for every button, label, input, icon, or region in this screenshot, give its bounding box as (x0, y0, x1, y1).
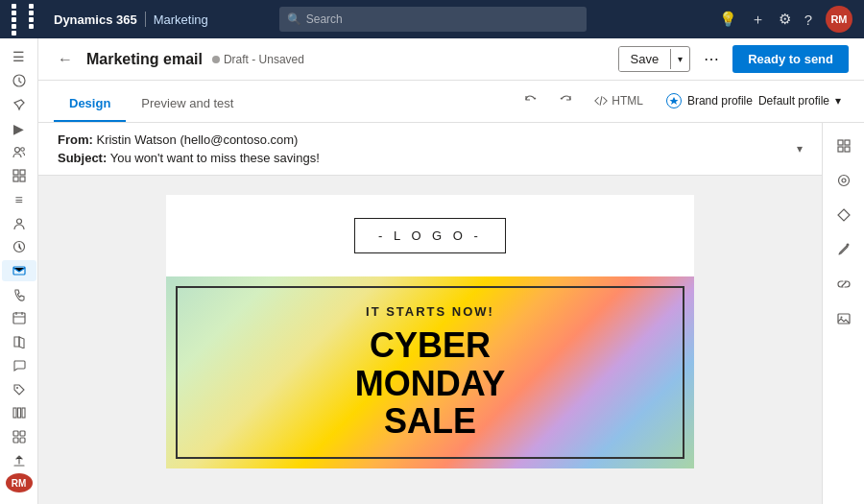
content-area: ← Marketing email Draft - Unsaved Save ▾… (38, 38, 864, 504)
draft-status: Draft - Unsaved (212, 53, 304, 66)
from-label: From: (58, 132, 93, 147)
svg-point-23 (838, 176, 849, 186)
svg-rect-10 (13, 313, 25, 324)
brand-profile-selector[interactable]: Brand profile Default profile ▾ (659, 89, 849, 112)
sidebar-icon-tag[interactable] (2, 378, 36, 400)
logo-box: - L O G O - (354, 218, 506, 253)
app-name: Dynamics 365 (54, 12, 137, 27)
sidebar-icon-chat[interactable] (2, 355, 36, 377)
expand-arrow[interactable]: ▾ (797, 142, 803, 156)
app-grid-icon[interactable] (12, 4, 44, 36)
sidebar-icon-email[interactable] (2, 260, 36, 282)
help-icon[interactable]: ? (804, 12, 812, 28)
search-icon: 🔍 (287, 12, 301, 26)
page-title: Marketing email (86, 51, 203, 68)
svg-rect-4 (20, 170, 25, 175)
svg-rect-15 (13, 431, 18, 436)
svg-point-2 (20, 148, 24, 152)
logo-divider (145, 12, 146, 27)
tab-list: Design Preview and test (54, 86, 517, 122)
main-layout: ☰ ▶ ≡ (0, 38, 864, 504)
sidebar-icon-grid2[interactable] (2, 426, 36, 448)
right-icon-diamond[interactable] (827, 200, 861, 230)
sidebar-icon-book[interactable] (2, 331, 36, 353)
brand-profile-chevron: ▾ (835, 94, 841, 108)
banner-section[interactable]: IT STARTS NOW! CYBERMONDAYSALE (166, 276, 694, 468)
save-button-group[interactable]: Save ▾ (618, 46, 691, 72)
search-input[interactable] (279, 7, 587, 32)
sidebar-icon-history[interactable] (2, 236, 36, 258)
user-avatar[interactable]: RM (826, 6, 852, 33)
lightbulb-icon[interactable]: 💡 (719, 11, 737, 28)
sidebar-icon-calendar[interactable] (2, 307, 36, 329)
sidebar-icon-contacts[interactable] (2, 141, 36, 163)
svg-point-7 (16, 219, 21, 224)
save-chevron-button[interactable]: ▾ (670, 49, 689, 69)
sidebar-icon-list[interactable]: ≡ (2, 188, 36, 210)
banner-title: CYBERMONDAYSALE (355, 326, 506, 441)
tab-preview[interactable]: Preview and test (126, 86, 249, 122)
back-button[interactable]: ← (54, 47, 77, 72)
top-navigation: Dynamics 365 Marketing 🔍 💡 ＋ ⚙ ? RM (0, 0, 864, 38)
logo-section[interactable]: - L O G O - (166, 195, 694, 276)
right-icon-element[interactable] (827, 165, 861, 196)
draft-dot (212, 56, 220, 63)
email-content: - L O G O - IT STARTS NOW! CYBERMONDAYSA… (166, 195, 694, 468)
settings-icon[interactable]: ⚙ (779, 11, 791, 28)
svg-rect-5 (13, 177, 18, 181)
draft-label: Draft - Unsaved (224, 53, 304, 66)
sidebar-icon-library[interactable] (2, 402, 36, 424)
subject-value: You won't want to miss these savings! (110, 151, 320, 165)
tab-design[interactable]: Design (54, 86, 126, 122)
right-icon-image[interactable] (827, 303, 861, 334)
sidebar-icon-hamburger[interactable]: ☰ (2, 46, 36, 68)
brand-profile-label: Brand profile (687, 94, 753, 108)
right-panel (822, 123, 864, 504)
sidebar-icon-phone[interactable] (2, 283, 36, 305)
sidebar-user-avatar[interactable]: RM (6, 473, 33, 492)
tab-bar: Design Preview and test HTML (38, 81, 864, 123)
sidebar-icon-upload[interactable] (2, 449, 36, 471)
right-icon-link[interactable] (827, 269, 861, 300)
svg-rect-16 (20, 431, 25, 436)
sidebar-icon-segments[interactable] (2, 165, 36, 187)
email-header-info: From: Kristin Watson (hello@contoso.com)… (38, 123, 822, 176)
brand-profile-value: Default profile (758, 94, 829, 108)
left-sidebar: ☰ ▶ ≡ (0, 38, 38, 504)
ready-to-send-button[interactable]: Ready to send (732, 45, 849, 73)
redo-button[interactable] (552, 87, 579, 114)
svg-rect-6 (20, 177, 25, 181)
plus-icon[interactable]: ＋ (751, 11, 765, 29)
banner-text: IT STARTS NOW! CYBERMONDAYSALE (355, 304, 506, 441)
subject-line: Subject: You won't want to miss these sa… (58, 151, 803, 165)
right-icon-layout[interactable] (827, 131, 861, 161)
subject-label: Subject: (58, 151, 107, 165)
svg-rect-22 (845, 147, 850, 152)
svg-rect-20 (845, 140, 850, 145)
module-name: Marketing (154, 12, 208, 27)
sidebar-icon-recent[interactable] (2, 70, 36, 92)
sidebar-icon-play[interactable]: ▶ (2, 117, 36, 139)
search-container: 🔍 (279, 7, 587, 32)
svg-point-1 (14, 148, 19, 153)
svg-rect-17 (13, 438, 18, 443)
svg-rect-18 (20, 438, 25, 443)
sidebar-icon-pin[interactable] (2, 93, 36, 115)
header-right-actions: Save ▾ ⋯ Ready to send (618, 45, 850, 73)
html-button[interactable]: HTML (587, 90, 651, 111)
right-icon-edit[interactable] (827, 234, 861, 265)
email-canvas-scroll[interactable]: From: Kristin Watson (hello@contoso.com)… (38, 123, 822, 504)
undo-button[interactable] (517, 87, 544, 114)
header-bar: ← Marketing email Draft - Unsaved Save ▾… (38, 38, 864, 81)
banner-subtitle: IT STARTS NOW! (355, 304, 506, 319)
more-options-button[interactable]: ⋯ (696, 45, 727, 73)
top-nav-right-icons: 💡 ＋ ⚙ ? RM (719, 6, 852, 33)
email-canvas-area: From: Kristin Watson (hello@contoso.com)… (38, 123, 864, 504)
svg-point-24 (842, 179, 846, 182)
svg-point-26 (840, 317, 842, 319)
save-main-button[interactable]: Save (619, 47, 671, 71)
from-line: From: Kristin Watson (hello@contoso.com) (58, 132, 803, 147)
email-body: - L O G O - IT STARTS NOW! CYBERMONDAYSA… (38, 176, 822, 504)
sidebar-icon-person[interactable] (2, 212, 36, 234)
banner-background: IT STARTS NOW! CYBERMONDAYSALE (166, 276, 694, 468)
